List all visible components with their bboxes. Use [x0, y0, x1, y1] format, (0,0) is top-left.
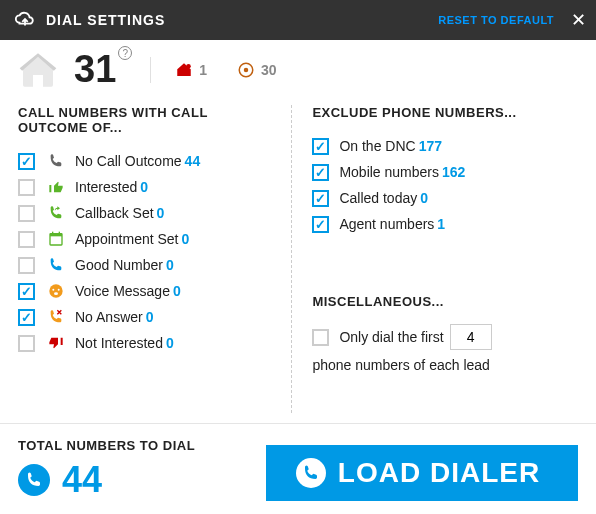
outcome-label: Appointment Set [75, 231, 179, 247]
checkbox[interactable] [18, 153, 35, 170]
outcome-count: 0 [166, 257, 174, 273]
total-label: TOTAL NUMBERS TO DIAL [18, 438, 195, 453]
outcome-label: Not Interested [75, 335, 163, 351]
header-title: DIAL SETTINGS [46, 12, 438, 28]
exclude-column: EXCLUDE PHONE NUMBERS... On the DNC177Mo… [292, 105, 578, 413]
exclude-count: 162 [442, 164, 465, 180]
svg-point-2 [244, 67, 249, 72]
exclude-row: Mobile numbers162 [312, 160, 578, 184]
outcome-row: No Answer0 [18, 305, 275, 329]
outcome-count: 0 [157, 205, 165, 221]
outcome-count: 0 [140, 179, 148, 195]
phone-icon [45, 256, 67, 274]
svg-point-9 [58, 289, 60, 291]
checkbox[interactable] [18, 179, 35, 196]
checkbox[interactable] [18, 335, 35, 352]
svg-point-7 [49, 284, 62, 297]
checkbox[interactable] [312, 216, 329, 233]
exclude-count: 1 [437, 216, 445, 232]
phone-icon [45, 152, 67, 170]
svg-point-0 [187, 64, 192, 69]
exclude-label: Agent numbers [339, 216, 434, 232]
summary-row: 31 ? 1 30 [0, 40, 596, 105]
svg-point-10 [54, 292, 58, 295]
exclude-label: On the DNC [339, 138, 415, 154]
checkbox[interactable] [312, 164, 329, 181]
outcome-row: No Call Outcome44 [18, 149, 275, 173]
outcome-row: Callback Set0 [18, 201, 275, 225]
phone-icon [296, 458, 326, 488]
svg-rect-5 [52, 232, 53, 235]
misc-label-post: phone numbers of each lead [312, 351, 489, 379]
checkbox[interactable] [18, 231, 35, 248]
thumb-up-icon [45, 178, 67, 196]
summary-total: 31 ? [74, 48, 116, 91]
exclude-title: EXCLUDE PHONE NUMBERS... [312, 105, 578, 120]
total-number: 44 [62, 459, 102, 501]
outcome-count: 0 [173, 283, 181, 299]
phone-icon [18, 464, 50, 496]
exclude-row: Agent numbers1 [312, 212, 578, 236]
exclude-count: 177 [419, 138, 442, 154]
svg-rect-6 [59, 232, 60, 235]
load-dialer-button[interactable]: LOAD DIALER [266, 445, 578, 501]
misc-row: Only dial the first phone numbers of eac… [312, 323, 578, 379]
checkbox[interactable] [312, 190, 329, 207]
header: DIAL SETTINGS RESET TO DEFAULT ✕ [0, 0, 596, 40]
exclude-row: Called today0 [312, 186, 578, 210]
outcome-label: Voice Message [75, 283, 170, 299]
outcomes-title: CALL NUMBERS WITH CALL OUTCOME OF... [18, 105, 275, 135]
footer: TOTAL NUMBERS TO DIAL 44 LOAD DIALER [0, 423, 596, 501]
outcome-label: No Answer [75, 309, 143, 325]
outcome-label: Callback Set [75, 205, 154, 221]
stat-home: 1 [175, 61, 207, 79]
outcome-row: Interested0 [18, 175, 275, 199]
home-icon [18, 50, 58, 90]
close-icon[interactable]: ✕ [570, 9, 586, 31]
help-icon[interactable]: ? [118, 46, 132, 60]
outcome-row: Voice Message0 [18, 279, 275, 303]
misc-checkbox[interactable] [312, 329, 329, 346]
svg-rect-4 [50, 234, 62, 237]
exclude-label: Called today [339, 190, 417, 206]
misc-label-pre: Only dial the first [339, 323, 443, 351]
misc-input[interactable] [450, 324, 492, 350]
phone-x-icon [45, 308, 67, 326]
outcome-label: No Call Outcome [75, 153, 182, 169]
checkbox[interactable] [18, 283, 35, 300]
exclude-count: 0 [420, 190, 428, 206]
exclude-label: Mobile numbers [339, 164, 439, 180]
cloud-icon [14, 9, 36, 31]
misc-title: MISCELLANEOUS... [312, 294, 578, 309]
outcomes-column: CALL NUMBERS WITH CALL OUTCOME OF... No … [18, 105, 292, 413]
outcome-label: Good Number [75, 257, 163, 273]
checkbox[interactable] [18, 205, 35, 222]
outcome-label: Interested [75, 179, 137, 195]
outcome-count: 44 [185, 153, 201, 169]
phone-back-icon [45, 204, 67, 222]
checkbox[interactable] [312, 138, 329, 155]
checkbox[interactable] [18, 257, 35, 274]
outcome-count: 0 [146, 309, 154, 325]
face-icon [45, 282, 67, 300]
stat-pin: 30 [237, 61, 277, 79]
outcome-count: 0 [182, 231, 190, 247]
checkbox[interactable] [18, 309, 35, 326]
exclude-row: On the DNC177 [312, 134, 578, 158]
calendar-icon [45, 230, 67, 248]
outcome-count: 0 [166, 335, 174, 351]
outcome-row: Appointment Set0 [18, 227, 275, 251]
svg-point-8 [52, 289, 54, 291]
reset-link[interactable]: RESET TO DEFAULT [438, 14, 554, 26]
thumb-down-icon [45, 334, 67, 352]
load-dialer-label: LOAD DIALER [338, 457, 540, 489]
outcome-row: Good Number0 [18, 253, 275, 277]
outcome-row: Not Interested0 [18, 331, 275, 355]
